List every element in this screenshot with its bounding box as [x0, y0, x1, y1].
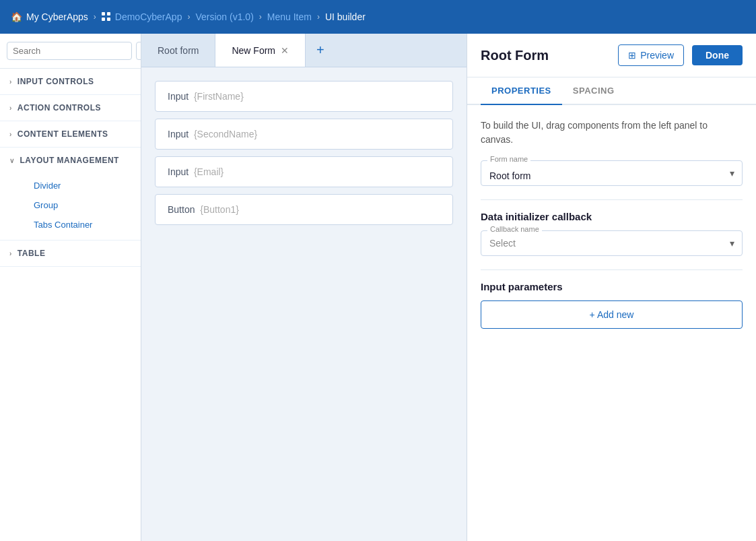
form-name-group: Form name — [481, 160, 743, 186]
canvas-button-button1[interactable]: Button {Button1} — [155, 194, 453, 225]
right-panel-body: To build the UI, drag components from th… — [467, 105, 756, 541]
section-layout-management-header[interactable]: ∨ LAYOUT MANAGEMENT — [0, 148, 141, 173]
tab-properties[interactable]: PROPERTIES — [481, 77, 562, 105]
section-content-elements-label: CONTENT ELEMENTS — [18, 129, 108, 139]
right-panel-title: Root Form — [481, 48, 549, 63]
section-layout-management-label: LAYOUT MANAGEMENT — [20, 156, 119, 165]
breadcrumb-chevron-2: › — [187, 12, 190, 22]
topbar: 🏠 My CyberApps › DemoCyberApp › Version … — [0, 0, 756, 34]
tab-add-button[interactable]: + — [306, 34, 335, 67]
section-input-controls-label: INPUT CONTROLS — [18, 77, 94, 86]
section-table-header[interactable]: › TABLE — [0, 241, 141, 266]
right-panel-tabs: PROPERTIES SPACING — [467, 77, 756, 105]
canvas-input-firstname[interactable]: Input {FirstName} — [155, 81, 453, 112]
breadcrumb-chevron-1: › — [94, 12, 96, 22]
search-input[interactable] — [7, 42, 132, 60]
done-button[interactable]: Done — [692, 45, 743, 65]
search-container: 🔍 — [0, 34, 141, 69]
page-label: UI builder — [325, 11, 366, 22]
sidebar: 🔍 › INPUT CONTROLS › ACTION CONTROLS › C… — [0, 34, 141, 541]
home-icon: 🏠 — [11, 11, 22, 22]
section-content-elements-header[interactable]: › CONTENT ELEMENTS — [0, 121, 141, 147]
section-content-elements: › CONTENT ELEMENTS — [0, 121, 141, 148]
hint-text: To build the UI, drag components from th… — [481, 119, 743, 147]
section-input-controls: › INPUT CONTROLS — [0, 69, 141, 95]
chevron-right-icon: › — [9, 78, 12, 86]
done-label: Done — [706, 50, 729, 61]
app-label: DemoCyberApp — [115, 11, 182, 22]
tab-root-form[interactable]: Root form — [141, 34, 215, 67]
right-panel: Root Form ⊞ Preview Done PROPERTIES SPAC… — [467, 34, 756, 541]
version-label[interactable]: Version (v1.0) — [195, 11, 253, 22]
tab-close-icon[interactable]: ✕ — [281, 46, 289, 55]
chevron-right-icon-3: › — [9, 131, 12, 138]
form-element-label: Input {SecondName} — [168, 129, 257, 139]
sidebar-item-divider[interactable]: Divider — [24, 176, 141, 195]
main-layout: 🔍 › INPUT CONTROLS › ACTION CONTROLS › C… — [0, 34, 756, 541]
app-link[interactable]: DemoCyberApp — [102, 11, 182, 22]
home-label: My CyberApps — [26, 11, 88, 22]
tab-new-form[interactable]: New Form ✕ — [215, 34, 306, 67]
tab-root-form-label: Root form — [158, 45, 199, 56]
callback-wrapper: Callback name Select — [481, 230, 743, 256]
breadcrumb-chevron-3: › — [259, 12, 262, 22]
right-panel-header: Root Form ⊞ Preview Done — [467, 34, 756, 77]
preview-icon: ⊞ — [628, 50, 636, 61]
section-layout-management: ∨ LAYOUT MANAGEMENT Divider Group Tabs C… — [0, 148, 141, 241]
section-action-controls-label: ACTION CONTROLS — [18, 103, 101, 113]
add-new-button[interactable]: + Add new — [481, 300, 743, 329]
divider-2 — [481, 269, 743, 270]
add-new-label: + Add new — [590, 309, 634, 320]
search-button[interactable]: 🔍 — [136, 42, 141, 60]
tab-new-form-label: New Form — [232, 45, 275, 56]
section-action-controls-header[interactable]: › ACTION CONTROLS — [0, 95, 141, 121]
tab-spacing[interactable]: SPACING — [562, 77, 625, 105]
menu-label[interactable]: Menu Item — [267, 11, 312, 22]
form-name-label: Form name — [487, 155, 530, 163]
form-element-label: Input {FirstName} — [168, 91, 244, 102]
input-params-group: Input parameters + Add new — [481, 281, 743, 329]
tabs-bar: Root form New Form ✕ + — [141, 34, 467, 67]
section-action-controls: › ACTION CONTROLS — [0, 95, 141, 121]
data-initializer-title: Data initializer callback — [481, 211, 743, 222]
app-grid-icon — [102, 12, 111, 22]
callback-label: Callback name — [487, 225, 542, 233]
sidebar-item-tabs-container[interactable]: Tabs Container — [24, 215, 141, 234]
chevron-down-icon: ∨ — [9, 157, 15, 164]
form-element-label: Button {Button1} — [168, 204, 239, 215]
home-link[interactable]: 🏠 My CyberApps — [11, 11, 88, 22]
breadcrumb-chevron-4: › — [317, 12, 320, 22]
section-input-controls-header[interactable]: › INPUT CONTROLS — [0, 69, 141, 94]
callback-select[interactable]: Select — [481, 230, 743, 256]
chevron-right-icon-2: › — [9, 104, 12, 112]
section-table-label: TABLE — [18, 249, 46, 258]
preview-label: Preview — [640, 50, 674, 61]
canvas-input-secondname[interactable]: Input {SecondName} — [155, 119, 453, 150]
form-element-label: Input {Email} — [168, 166, 224, 177]
content-area: Root form New Form ✕ + Input {FirstName}… — [141, 34, 467, 541]
section-table: › TABLE — [0, 241, 141, 267]
canvas-area: Input {FirstName} Input {SecondName} Inp… — [141, 67, 467, 541]
input-params-title: Input parameters — [481, 281, 743, 292]
form-name-input[interactable] — [481, 160, 743, 186]
right-panel-actions: ⊞ Preview Done — [618, 44, 743, 66]
canvas-input-email[interactable]: Input {Email} — [155, 156, 453, 187]
divider-1 — [481, 199, 743, 200]
sidebar-item-group[interactable]: Group — [24, 195, 141, 215]
data-initializer-group: Data initializer callback Callback name … — [481, 211, 743, 256]
form-name-wrapper: Form name — [481, 160, 743, 186]
chevron-right-icon-4: › — [9, 250, 12, 257]
layout-management-items: Divider Group Tabs Container — [0, 173, 141, 240]
preview-button[interactable]: ⊞ Preview — [618, 44, 684, 66]
